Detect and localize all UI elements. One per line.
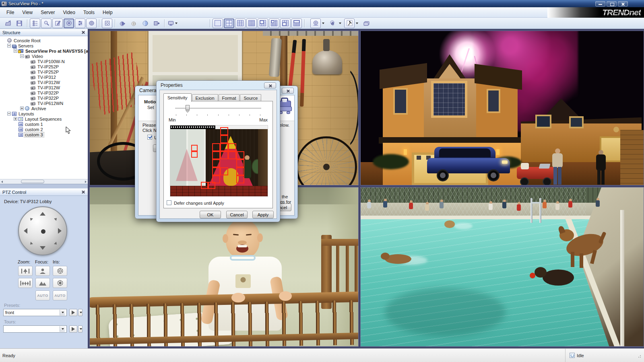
menu-help[interactable]: Help: [99, 8, 117, 17]
chevron-down-icon[interactable]: [356, 23, 358, 24]
menu-video[interactable]: Video: [59, 8, 79, 17]
close-icon[interactable]: [282, 88, 294, 94]
stop-button[interactable]: [140, 19, 151, 28]
motion-event-button[interactable]: [344, 19, 355, 28]
menu-view[interactable]: View: [18, 8, 37, 17]
focus-auto-button[interactable]: AUTO: [35, 290, 50, 300]
ptz-joystick[interactable]: [18, 206, 67, 255]
pan-downleft-icon[interactable]: [29, 242, 33, 246]
expand-icon[interactable]: [14, 117, 17, 121]
screen-select-button[interactable]: [361, 19, 372, 28]
layout-1x1-button[interactable]: [213, 19, 223, 28]
settings-button[interactable]: [75, 19, 85, 28]
slider-thumb[interactable]: [186, 105, 190, 110]
close-icon[interactable]: [264, 82, 276, 88]
pause-button[interactable]: [129, 19, 139, 28]
layout-1plus5-button[interactable]: [258, 19, 268, 28]
tab-sensitivity[interactable]: Sensitivity: [163, 93, 192, 102]
camera-feed-house-night[interactable]: [360, 31, 644, 185]
wizard-checkbox[interactable]: [147, 135, 152, 140]
tour-go-button[interactable]: [69, 325, 77, 333]
pan-up-icon[interactable]: [40, 212, 45, 216]
tree-item-camera[interactable]: TV-IP252P: [0, 69, 88, 74]
scroll-right-icon[interactable]: [85, 181, 87, 183]
close-icon[interactable]: [81, 190, 85, 194]
iris-close-button[interactable]: [53, 278, 67, 288]
apply-button[interactable]: Apply: [252, 211, 274, 218]
iris-auto-button[interactable]: AUTO: [53, 290, 67, 300]
chevron-down-icon[interactable]: [339, 23, 341, 24]
pan-right-icon[interactable]: [58, 228, 62, 234]
tree-item-layouts[interactable]: Layouts: [0, 111, 88, 116]
tree-item-camera[interactable]: TV-IP312W: [0, 80, 88, 85]
tree-item-layout-sequences[interactable]: Layout Sequences: [0, 116, 88, 121]
export-video-button[interactable]: [151, 19, 162, 28]
tree-item-custom-2[interactable]: custom 2: [0, 127, 88, 132]
menu-server[interactable]: Server: [37, 8, 59, 17]
preset-options-button[interactable]: [78, 309, 83, 316]
menu-file[interactable]: File: [2, 8, 18, 17]
record-disc-button[interactable]: [310, 19, 321, 28]
focus-far-button[interactable]: [35, 278, 50, 288]
tree-item-camera[interactable]: TV-IP322P: [0, 95, 88, 101]
focus-near-button[interactable]: [35, 266, 50, 276]
edit-button[interactable]: [52, 19, 63, 28]
sensitivity-slider[interactable]: [175, 108, 261, 109]
tree-item-custom-1[interactable]: custom 1: [0, 121, 88, 127]
tree-item-camera[interactable]: TV-IP612WN: [0, 101, 88, 106]
collapse-icon[interactable]: [7, 112, 11, 115]
layout-4x4-button[interactable]: [246, 19, 257, 28]
structure-tree-button[interactable]: [30, 19, 40, 28]
joystick-center[interactable]: [41, 229, 45, 234]
zoom-out-button[interactable]: [18, 278, 33, 288]
tree-item-server[interactable]: SecurView Pro at NAVSYS5 [admin: [0, 48, 88, 53]
tree-item-console-root[interactable]: Console Root: [0, 38, 88, 43]
camera-feed-pool[interactable]: [360, 187, 644, 347]
layout-8-button[interactable]: [291, 19, 302, 28]
collapse-icon[interactable]: [20, 54, 24, 58]
display-select-button[interactable]: [167, 19, 178, 28]
tree-item-camera[interactable]: TV-IP252P: [0, 64, 88, 69]
fullscreen-button[interactable]: [102, 19, 112, 28]
pan-left-icon[interactable]: [24, 228, 27, 234]
close-icon[interactable]: [81, 30, 85, 35]
disc-button[interactable]: [86, 19, 97, 28]
chevron-down-icon[interactable]: [322, 23, 324, 24]
tree-item-custom-3[interactable]: custom 3: [0, 132, 88, 137]
zoom-in-button[interactable]: [18, 266, 33, 276]
horizontal-scrollbar[interactable]: [0, 179, 88, 184]
tree-item-camera[interactable]: TV-IP322P: [0, 90, 88, 95]
presets-select[interactable]: front: [3, 309, 67, 316]
layout-6-button[interactable]: [280, 19, 291, 28]
cancel-button[interactable]: Cancel: [226, 211, 248, 218]
maximize-button[interactable]: [607, 1, 617, 6]
ok-button[interactable]: OK: [200, 211, 221, 218]
iris-open-button[interactable]: [53, 266, 67, 276]
record-button[interactable]: [64, 19, 74, 28]
search-button[interactable]: [41, 19, 52, 28]
tours-select[interactable]: [3, 325, 67, 333]
resize-grip[interactable]: [636, 353, 642, 358]
pan-upright-icon[interactable]: [54, 217, 58, 221]
pan-down-icon[interactable]: [40, 246, 45, 250]
layout-3x3-button[interactable]: [235, 19, 246, 28]
collapse-icon[interactable]: [14, 49, 17, 53]
minimize-button[interactable]: [595, 1, 605, 6]
tree-item-camera[interactable]: TV-IP100W-N: [0, 59, 88, 64]
menu-tools[interactable]: Tools: [79, 8, 99, 17]
tour-options-button[interactable]: [78, 325, 83, 333]
expand-icon[interactable]: [20, 107, 24, 110]
scrollbar-thumb[interactable]: [21, 180, 44, 183]
layout-2x2-button[interactable]: [224, 19, 234, 28]
play-button[interactable]: [118, 19, 128, 28]
save-button[interactable]: [14, 19, 25, 28]
close-button[interactable]: [618, 1, 628, 6]
preset-go-button[interactable]: [69, 309, 77, 316]
collapse-icon[interactable]: [7, 44, 11, 47]
tree-item-camera[interactable]: TV-IP312: [0, 74, 88, 80]
defer-checkbox[interactable]: [167, 200, 171, 205]
open-button[interactable]: [3, 19, 13, 28]
tree-item-video[interactable]: Video: [0, 53, 88, 59]
tree-item-servers[interactable]: Servers: [0, 43, 88, 48]
pan-upleft-icon[interactable]: [29, 217, 33, 221]
